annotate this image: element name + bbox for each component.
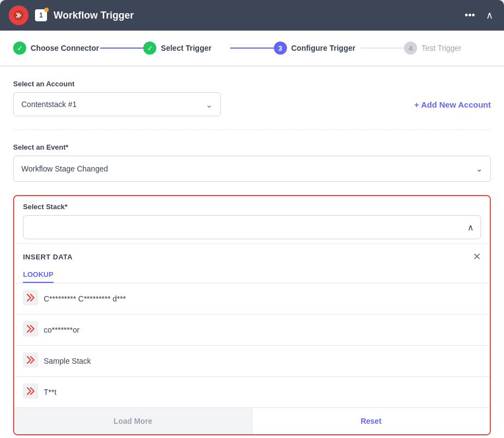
load-more-button[interactable]: Load More	[14, 408, 253, 434]
lookup-item-text-2: Sample Stack	[44, 357, 91, 365]
lookup-item[interactable]: co*******or	[14, 314, 490, 345]
close-insert-data-button[interactable]: ✕	[473, 251, 481, 263]
lookup-item-icon-1	[23, 321, 38, 339]
account-section-label: Select an Account	[13, 80, 491, 88]
notification-badge[interactable]: 1	[35, 9, 47, 21]
account-selected-value: Contentstack #1	[21, 100, 77, 109]
notification-count: 1	[39, 11, 43, 19]
lookup-item-text-1: co*******or	[44, 325, 79, 334]
step-test-trigger[interactable]: 4 Test Trigger	[404, 42, 491, 55]
collapse-button[interactable]: ∧	[484, 7, 495, 23]
insert-data-title: INSERT DATA	[23, 253, 73, 261]
lookup-item-icon-0	[23, 290, 38, 307]
step-label-choose-connector: Choose Connector	[31, 44, 99, 52]
step-select-trigger[interactable]: ✓ Select Trigger	[143, 42, 230, 55]
step-icon-select-trigger: ✓	[143, 42, 156, 55]
step-icon-test-trigger: 4	[404, 42, 417, 55]
titlebar: 1 Workflow Trigger ••• ∧	[0, 0, 504, 31]
event-section-label: Select an Event*	[13, 143, 491, 151]
lookup-item[interactable]: T**t	[14, 376, 490, 407]
step-divider-2	[230, 48, 273, 49]
chevron-up-icon[interactable]: ∧	[467, 222, 474, 233]
lookup-tab-container: LOOKUP	[14, 269, 490, 283]
lookup-item[interactable]: C********* C********* d***	[14, 283, 490, 314]
stepper: ✓ Choose Connector ✓ Select Trigger 3 Co…	[0, 31, 504, 67]
account-select[interactable]: Contentstack #1 ⌄	[13, 92, 221, 116]
event-selected-value: Workflow Stage Changed	[21, 164, 108, 173]
stack-input[interactable]	[30, 223, 467, 232]
window-title: Workflow Trigger	[54, 10, 456, 21]
account-row: Contentstack #1 ⌄ + Add New Account	[13, 92, 491, 116]
step-divider-3	[361, 48, 404, 49]
section-divider	[13, 129, 491, 130]
step-label-test-trigger: Test Trigger	[421, 44, 461, 52]
step-configure-trigger[interactable]: 3 Configure Trigger	[274, 42, 361, 55]
step-icon-configure-trigger: 3	[274, 42, 287, 55]
event-section: Select an Event* Workflow Stage Changed …	[13, 143, 491, 182]
lookup-items-list: C********* C********* d*** co*******or	[14, 283, 490, 407]
lookup-tab[interactable]: LOOKUP	[23, 270, 54, 283]
step-icon-choose-connector: ✓	[13, 42, 26, 55]
titlebar-actions: ••• ∧	[462, 7, 495, 23]
account-chevron-icon: ⌄	[206, 99, 213, 110]
step-choose-connector[interactable]: ✓ Choose Connector	[13, 42, 100, 55]
account-section: Select an Account Contentstack #1 ⌄ + Ad…	[13, 80, 491, 116]
more-button[interactable]: •••	[462, 8, 477, 23]
lookup-item-text-0: C********* C********* d***	[44, 294, 126, 303]
stack-label: Select Stack*	[23, 203, 481, 211]
lookup-item-icon-2	[23, 352, 38, 370]
app-logo	[9, 5, 28, 25]
add-account-button[interactable]: + Add New Account	[414, 100, 491, 109]
insert-data-header: INSERT DATA ✕	[14, 244, 490, 269]
stack-section: Select Stack* ∧ INSERT DATA ✕ LOOKUP	[13, 195, 491, 435]
app-window: 1 Workflow Trigger ••• ∧ ✓ Choose Connec…	[0, 0, 504, 438]
reset-button[interactable]: Reset	[253, 408, 490, 434]
stack-input-row: ∧	[23, 215, 481, 239]
stack-header: Select Stack* ∧	[14, 196, 490, 239]
event-select[interactable]: Workflow Stage Changed ⌄	[13, 156, 491, 182]
lookup-item-icon-3	[23, 383, 38, 401]
step-label-select-trigger: Select Trigger	[161, 44, 212, 52]
step-label-configure-trigger: Configure Trigger	[291, 44, 355, 52]
lookup-item[interactable]: Sample Stack	[14, 345, 490, 376]
event-chevron-icon: ⌄	[476, 164, 483, 173]
main-content: Select an Account Contentstack #1 ⌄ + Ad…	[0, 67, 504, 435]
lookup-item-text-3: T**t	[44, 388, 56, 396]
step-divider-1	[100, 48, 143, 49]
bottom-actions: Load More Reset	[14, 407, 490, 434]
